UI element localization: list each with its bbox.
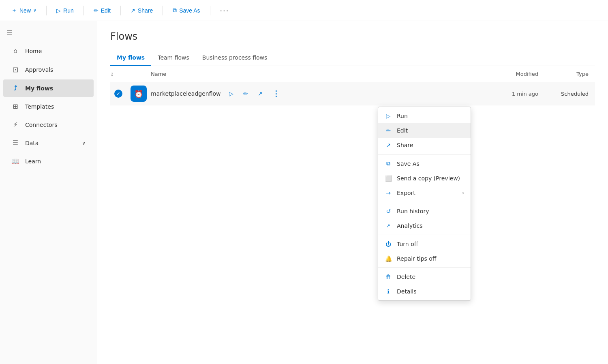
toolbar-sep-4 [163, 6, 163, 15]
flow-name-text: marketplaceleadgenflow [151, 90, 221, 97]
ctx-save-as[interactable]: ⧉ Save As [378, 156, 471, 171]
home-icon: ⌂ [11, 47, 19, 55]
save-as-button[interactable]: ⧉ Save As [168, 4, 205, 16]
toolbar-sep-3 [120, 6, 121, 15]
sidebar-item-home[interactable]: ⌂ Home [3, 42, 94, 60]
edit-button[interactable]: ✏ Edit [89, 5, 116, 16]
ctx-divider-2 [378, 202, 471, 202]
sidebar-item-approvals[interactable]: ⊡ Approvals [3, 60, 94, 79]
share-icon: ↗ [131, 7, 135, 14]
share-label: Share [138, 7, 153, 14]
col-name-header: Name [151, 71, 457, 77]
toolbar: ＋ New ∨ ▷ Run ✏ Edit ↗ Share ⧉ Save As ·… [0, 0, 608, 21]
ctx-details-icon: ℹ [385, 288, 392, 295]
ctx-repair-tips[interactable]: 🔔 Repair tips off [378, 251, 471, 266]
sidebar-my-flows-label: My flows [25, 85, 86, 92]
ctx-share-label: Share [397, 142, 464, 148]
more-label: ··· [220, 6, 229, 15]
row-edit-button[interactable]: ✏ [240, 88, 251, 99]
ctx-run-history-label: Run history [397, 208, 464, 214]
ctx-export-chevron-icon: › [462, 190, 464, 196]
table-row[interactable]: ✓ ⏰ marketplaceleadgenflow ▷ ✏ ↗ ⋮ 1 min… [110, 82, 595, 105]
ctx-run-history-icon: ↺ [385, 208, 392, 214]
ctx-send-copy-icon: ⬜ [385, 175, 392, 182]
col-check-header: ⚷ [110, 71, 126, 77]
more-button[interactable]: ··· [215, 3, 234, 17]
row-run-button[interactable]: ▷ [226, 88, 237, 99]
sidebar-approvals-label: Approvals [25, 66, 86, 73]
ctx-details-label: Details [397, 288, 464, 295]
sidebar-item-templates[interactable]: ⊞ Templates [3, 98, 94, 115]
my-flows-icon: ⤴ [11, 84, 19, 92]
run-label: Run [63, 7, 74, 14]
flow-icon-wrap: ⏰ [126, 86, 151, 102]
sidebar-templates-label: Templates [25, 103, 86, 110]
ctx-turn-off-label: Turn off [397, 241, 464, 247]
ctx-run-label: Run [397, 113, 464, 119]
ctx-turn-off-icon: ⏻ [385, 241, 392, 247]
content-area: Flows My flows Team flows Business proce… [97, 21, 608, 364]
ctx-details[interactable]: ℹ Details [378, 284, 471, 299]
ctx-turn-off[interactable]: ⏻ Turn off [378, 237, 471, 251]
col-modified-header: Modified [457, 71, 538, 77]
sidebar-item-my-flows[interactable]: ⤴ My flows [3, 79, 94, 97]
sidebar-item-data[interactable]: ☰ Data ∨ [3, 134, 94, 152]
main-layout: ☰ ⌂ Home ⊡ Approvals ⤴ My flows ⊞ Templa… [0, 21, 608, 364]
sidebar-data-label: Data [25, 140, 76, 146]
edit-icon: ✏ [94, 7, 98, 14]
ctx-send-copy[interactable]: ⬜ Send a copy (Preview) [378, 171, 471, 186]
run-button[interactable]: ▷ Run [51, 5, 79, 16]
tab-team-flows[interactable]: Team flows [151, 50, 196, 66]
ctx-run[interactable]: ▷ Run [378, 109, 471, 123]
ctx-delete-label: Delete [397, 274, 464, 280]
ctx-edit[interactable]: ✏ Edit [378, 123, 471, 138]
ctx-export[interactable]: → Export › [378, 186, 471, 200]
sidebar-connectors-label: Connectors [25, 122, 86, 128]
save-as-label: Save As [179, 7, 200, 14]
ctx-save-as-icon: ⧉ [385, 160, 392, 167]
flows-table-area: ⚷ Name Modified Type ✓ ⏰ marketplacelead… [97, 66, 608, 364]
plus-icon: ＋ [11, 7, 17, 14]
ctx-delete[interactable]: 🗑 Delete [378, 270, 471, 284]
flow-icon: ⏰ [131, 86, 147, 102]
tab-my-flows[interactable]: My flows [110, 50, 151, 66]
ctx-share[interactable]: ↗ Share [378, 138, 471, 152]
edit-label: Edit [101, 7, 111, 14]
sidebar-item-learn[interactable]: 📖 Learn [3, 152, 94, 170]
row-share-button[interactable]: ↗ [255, 88, 266, 99]
toolbar-sep-5 [210, 6, 210, 15]
ctx-save-as-label: Save As [397, 161, 464, 167]
new-chevron-icon: ∨ [33, 8, 36, 13]
col-type-header: Type [538, 71, 595, 77]
ctx-delete-icon: 🗑 [385, 274, 392, 280]
ctx-edit-label: Edit [397, 127, 464, 134]
flow-type: Scheduled [538, 91, 595, 97]
tab-business-process-flows[interactable]: Business process flows [196, 50, 274, 66]
toolbar-sep-1 [46, 6, 47, 15]
new-label: New [19, 7, 31, 14]
ctx-export-label: Export [397, 190, 457, 196]
run-icon: ▷ [56, 7, 61, 14]
ctx-send-copy-label: Send a copy (Preview) [397, 175, 464, 182]
new-button[interactable]: ＋ New ∨ [6, 4, 41, 17]
flow-modified: 1 min ago [457, 91, 538, 97]
ctx-repair-tips-label: Repair tips off [397, 255, 464, 262]
ctx-share-icon: ↗ [385, 142, 392, 148]
page-title: Flows [110, 31, 595, 42]
ctx-export-icon: → [385, 190, 392, 196]
sidebar-item-connectors[interactable]: ⚡ Connectors [3, 116, 94, 133]
table-header: ⚷ Name Modified Type [110, 66, 595, 82]
hamburger-menu[interactable]: ☰ [0, 24, 97, 42]
sidebar: ☰ ⌂ Home ⊡ Approvals ⤴ My flows ⊞ Templa… [0, 21, 97, 364]
connectors-icon: ⚡ [11, 121, 19, 128]
ctx-edit-icon: ✏ [385, 127, 392, 134]
row-checkbox[interactable]: ✓ [110, 90, 126, 98]
toolbar-sep-2 [83, 6, 84, 15]
row-more-button[interactable]: ⋮ [269, 87, 283, 101]
data-chevron-icon: ∨ [82, 140, 86, 146]
share-button[interactable]: ↗ Share [126, 5, 158, 16]
ctx-analytics-icon: ↗ [385, 223, 392, 229]
ctx-analytics[interactable]: ↗ Analytics [378, 218, 471, 233]
ctx-run-history[interactable]: ↺ Run history [378, 204, 471, 218]
checked-indicator: ✓ [114, 90, 122, 98]
